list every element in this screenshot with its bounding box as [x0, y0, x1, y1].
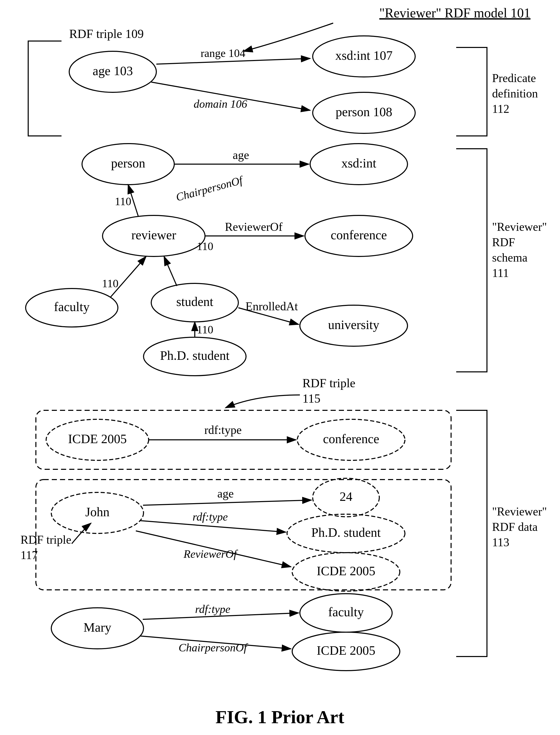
predicate-def-brace — [456, 47, 487, 136]
label-faculty: faculty — [54, 299, 90, 314]
label-xsdint: xsd:int — [341, 156, 376, 170]
label-rdftype-2: rdf:type — [192, 511, 228, 523]
label-person108: person 108 — [336, 105, 392, 119]
title-arrow — [243, 23, 333, 51]
label-reviewerof-john: ReviewerOf — [183, 548, 238, 560]
label-person: person — [111, 156, 145, 170]
data-label1: "Reviewer" — [492, 505, 547, 518]
label-mary: Mary — [84, 620, 111, 635]
label-domain106: domain 106 — [194, 98, 247, 110]
diagram-svg: "Reviewer" RDF model 101 RDF triple 109 … — [0, 0, 560, 735]
rdf-triple-109-label: RDF triple 109 — [69, 27, 144, 41]
label-reviewerof: ReviewerOf — [225, 220, 283, 233]
dashed-box-2 — [36, 480, 451, 590]
arrow-student-reviewer — [164, 256, 177, 286]
schema-label3: schema — [492, 251, 527, 264]
schema-brace — [456, 149, 487, 372]
rdf-triple-115-label2: 115 — [302, 392, 320, 405]
label-phd: Ph.D. student — [160, 348, 230, 362]
label-student: student — [176, 294, 213, 309]
data-label3: 113 — [492, 536, 509, 549]
arrow-faculty-reviewer — [110, 256, 146, 297]
predicate-def-label3: 112 — [492, 102, 509, 115]
arrow-john-age — [143, 500, 311, 505]
rdf-triple-115-arrow — [226, 395, 300, 408]
label-xsdint107: xsd:int 107 — [335, 48, 393, 63]
page: "Reviewer" RDF model 101 RDF triple 109 … — [0, 0, 560, 735]
label-rdftype-mary: rdf:type — [195, 603, 230, 616]
label-conference-data: conference — [323, 432, 379, 446]
label-icde-john: ICDE 2005 — [317, 564, 375, 578]
label-110-4: 110 — [197, 323, 213, 336]
label-icde-mary: ICDE 2005 — [317, 643, 375, 658]
label-reviewer: reviewer — [131, 228, 176, 242]
rdf-triple-115-label1: RDF triple — [302, 376, 355, 390]
predicate-def-label2: definition — [492, 87, 538, 100]
label-icde2005-top: ICDE 2005 — [68, 432, 127, 446]
label-age103: age 103 — [93, 64, 133, 78]
label-age-john: age — [217, 487, 234, 500]
label-range104: range 104 — [201, 47, 246, 59]
label-enrolledat: EnrolledAt — [246, 300, 298, 313]
predicate-def-label1: Predicate — [492, 72, 536, 85]
label-110-2: 110 — [197, 240, 213, 252]
label-age-schema: age — [233, 148, 249, 161]
rdf-triple-117-label1: RDF triple — [21, 533, 71, 546]
data-label2: RDF data — [492, 520, 538, 534]
rdf-triple-109-brace — [28, 41, 62, 136]
label-faculty-data: faculty — [328, 605, 364, 619]
label-110-3: 110 — [102, 277, 118, 290]
schema-label1: "Reviewer" — [492, 220, 547, 233]
title-label: "Reviewer" RDF model 101 — [379, 6, 531, 20]
label-chairpersonof: ChairpersonOf — [175, 173, 245, 204]
label-john: John — [85, 505, 109, 519]
label-phd-data: Ph.D. student — [311, 525, 381, 540]
schema-label4: 111 — [492, 266, 509, 279]
label-conference: conference — [331, 228, 387, 242]
label-university: university — [328, 317, 379, 332]
label-chairpersonof-mary: ChairpersonOf — [179, 641, 248, 654]
schema-label2: RDF — [492, 236, 515, 249]
label-110-1: 110 — [115, 195, 131, 208]
label-rdftype-1: rdf:type — [204, 424, 242, 437]
rdf-triple-117-label2: 117 — [21, 549, 38, 562]
fig-caption: FIG. 1 Prior Art — [216, 707, 344, 727]
label-24: 24 — [340, 489, 352, 504]
data-brace — [456, 410, 487, 657]
